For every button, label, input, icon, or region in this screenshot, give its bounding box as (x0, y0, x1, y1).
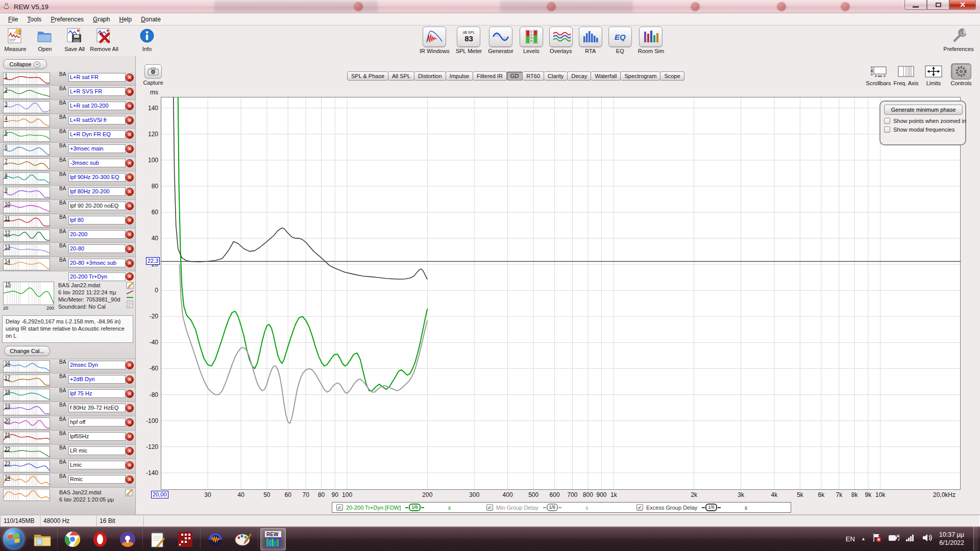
measurement-name-field[interactable]: 20-200 Tr+Dyn (68, 272, 126, 281)
show-modal-row[interactable]: Show modal frequencies (884, 127, 962, 133)
measurement-row[interactable]: 3BAL+R sat 20-200✕ (0, 100, 136, 114)
delete-measurement-button[interactable]: ✕ (126, 145, 134, 153)
measurement-name-field[interactable]: -3msec sub (68, 159, 126, 167)
delete-measurement-button[interactable]: ✕ (126, 245, 134, 253)
measurement-thumbnail[interactable] (3, 489, 50, 501)
measurement-row-selected[interactable]: 20-200 Tr+Dyn✕1520200BAS Jan22.mdat6 Ιαν… (0, 271, 136, 359)
measurement-name-field[interactable]: LR mic (68, 446, 126, 455)
fdw-fraction-control[interactable]: 1/6 (547, 504, 558, 511)
measurement-row[interactable]: 2BAL+R SVS FR✕ (0, 86, 136, 100)
measurement-name-field[interactable]: lpf 90 20-200 noEQ (68, 202, 126, 210)
show-points-checkbox[interactable] (884, 118, 890, 124)
measurement-name-field[interactable]: lpf 80Hz 20-200 (68, 187, 126, 196)
tab-distortion[interactable]: Distortion (414, 71, 446, 81)
measurement-name-field[interactable]: lpf55Hz (68, 432, 126, 441)
close-button[interactable]: ✕ (949, 0, 976, 10)
fdw-fraction-control[interactable]: 1/6 (409, 504, 421, 511)
delete-measurement-button[interactable]: ✕ (126, 461, 134, 469)
minimize-button[interactable] (904, 0, 927, 10)
legend-checkbox[interactable]: ✓ (636, 504, 643, 511)
delete-measurement-button[interactable]: ✕ (126, 202, 134, 210)
measurement-name-field[interactable]: L+R sat FR (68, 73, 126, 82)
delete-measurement-button[interactable]: ✕ (126, 475, 134, 484)
edit-notes-icon[interactable] (125, 489, 133, 496)
measurement-thumbnail[interactable]: 13 (3, 244, 50, 256)
measurement-row[interactable]: 10BAlpf 90 20-200 noEQ✕ (0, 200, 136, 214)
measurement-thumbnail[interactable]: 17 (3, 374, 50, 387)
measurement-name-field[interactable]: Rmic (68, 475, 126, 484)
tab-gd[interactable]: GD (507, 71, 523, 81)
measurement-thumbnail[interactable]: 14 (3, 258, 50, 270)
taskbar-red-grid-app-button[interactable] (173, 528, 198, 550)
trace-color-red-icon[interactable] (126, 290, 134, 294)
menu-help[interactable]: Help (115, 15, 136, 24)
measurement-row[interactable]: 13BA20-80✕ (0, 243, 136, 257)
measurement-name-field[interactable]: 20-200 (68, 230, 126, 239)
measurement-thumbnail[interactable]: 8 (3, 172, 50, 185)
measurement-name-field[interactable]: L+R SVS FR (68, 87, 126, 96)
measurement-thumbnail[interactable]: 20 (3, 417, 50, 430)
taskbar-paint-button[interactable] (230, 528, 256, 550)
measurement-name-field[interactable]: hpf off (68, 418, 126, 427)
generator-button[interactable]: Generator (488, 27, 513, 54)
measurement-name-field[interactable]: +2dB Dyn (68, 375, 126, 384)
delete-measurement-button[interactable]: ✕ (126, 447, 134, 455)
measurement-name-field[interactable]: 20-80 +3msec sub (68, 259, 126, 267)
measurement-row[interactable]: 5BAL+R Dyn FR EQ✕ (0, 129, 136, 143)
volume-icon[interactable] (922, 533, 933, 544)
measurement-row[interactable]: 4BAL+R satSVSl fr✕ (0, 114, 136, 129)
tab-clarity[interactable]: Clarity (544, 71, 568, 81)
clock[interactable]: 10:37 μμ 6/1/2022 (939, 531, 964, 547)
legend-checkbox[interactable]: ✓ (336, 504, 343, 511)
measurement-name-field[interactable]: lpf 90Hz 20-300 EQ (68, 173, 126, 182)
eq-button[interactable]: EQ EQ (608, 27, 632, 54)
power-plug-icon[interactable] (888, 533, 899, 544)
measurement-thumbnail[interactable]: 19 (3, 403, 50, 415)
taskbar-opera-button[interactable] (87, 528, 113, 550)
rta-button[interactable]: RTA (579, 27, 602, 54)
delete-measurement-button[interactable]: ✕ (126, 102, 134, 110)
measurement-thumbnail[interactable]: 7 (3, 158, 50, 170)
spl-meter-button[interactable]: dB SPL 83 SPL Meter (456, 27, 482, 54)
menu-file[interactable]: File (4, 15, 22, 24)
remove-all-button[interactable]: Remove All (91, 27, 117, 52)
measurement-row[interactable]: 9BAlpf 80Hz 20-200✕ (0, 186, 136, 200)
delete-measurement-button[interactable]: ✕ (126, 404, 134, 412)
measurement-row[interactable]: 14BA20-80 +3msec sub✕ (0, 257, 136, 271)
measurement-thumbnail[interactable]: 23 (3, 460, 50, 472)
freq-axis-button[interactable]: Freq. Axis (892, 63, 920, 86)
measurement-thumbnail[interactable]: 10 (3, 201, 50, 213)
measurement-row[interactable]: 22BALR mic✕ (0, 445, 136, 459)
menu-donate[interactable]: Donate (137, 15, 165, 24)
show-desktop-button[interactable] (973, 527, 978, 551)
maximize-button[interactable] (927, 0, 949, 10)
generate-minimum-phase-button[interactable]: Generate minimum phase (884, 105, 963, 115)
measurement-row[interactable]: 21BAlpf55Hz✕ (0, 431, 136, 445)
measurement-name-field[interactable]: Lmic (68, 461, 126, 469)
measurement-name-field[interactable]: lpf 75 Hz (68, 389, 126, 398)
scrollbars-button[interactable]: Scrollbars (865, 63, 892, 86)
measurement-name-field[interactable]: L+R Dyn FR EQ (68, 130, 126, 139)
delete-measurement-button[interactable]: ✕ (126, 418, 134, 427)
change-cal-button[interactable]: Change Cal... (4, 346, 50, 356)
window-titlebar[interactable]: REW V5,19 ✕ (0, 0, 980, 13)
measurement-thumbnail[interactable]: 3 (3, 101, 50, 113)
delete-measurement-button[interactable]: ✕ (126, 173, 134, 182)
measurement-row[interactable]: 17BA+2dB Dyn✕ (0, 373, 136, 388)
measurement-name-field[interactable]: f 80Hz 39-72 HzEQ (68, 404, 126, 412)
menu-tools[interactable]: Tools (23, 15, 45, 24)
measurement-name-field[interactable]: +3msec main (68, 144, 126, 153)
action-center-flag-icon[interactable] (872, 533, 882, 545)
levels-button[interactable]: 0369 Levels (520, 27, 543, 54)
menu-graph[interactable]: Graph (89, 15, 114, 24)
measurement-thumbnail[interactable]: 11 (3, 215, 50, 228)
taskbar-audacity-button[interactable] (203, 528, 228, 550)
taskbar-notepad-button[interactable] (145, 528, 170, 550)
delete-measurement-button[interactable]: ✕ (126, 375, 134, 384)
delete-measurement-button[interactable]: ✕ (126, 116, 134, 124)
delete-measurement-button[interactable]: ✕ (126, 259, 134, 267)
measurement-thumbnail[interactable]: 22 (3, 446, 50, 458)
measurement-row[interactable]: 8BAlpf 90Hz 20-300 EQ✕ (0, 171, 136, 186)
taskbar-rew-button[interactable]: REW (260, 528, 286, 550)
measurement-row[interactable]: 18BAlpf 75 Hz✕ (0, 388, 136, 402)
